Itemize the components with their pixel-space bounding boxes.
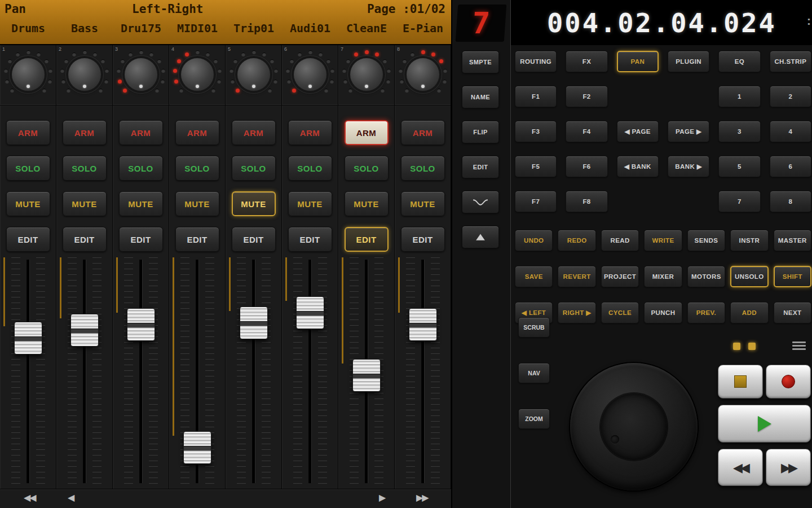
save-button[interactable]: SAVE (515, 266, 553, 287)
pan-knob[interactable]: 4 (169, 45, 225, 106)
next-button[interactable]: NEXT (774, 302, 811, 323)
mute-button[interactable]: MUTE (119, 191, 163, 216)
mute-button[interactable]: MUTE (288, 191, 332, 216)
f2-button[interactable]: F2 (566, 86, 607, 107)
fader-cap[interactable] (183, 431, 211, 464)
rewind-button[interactable]: ◀◀ (718, 449, 763, 486)
write-button[interactable]: WRITE (644, 230, 682, 251)
f1-button[interactable]: F1 (515, 86, 557, 107)
scrub-button[interactable]: SCRUB (518, 317, 550, 338)
menu-icon[interactable] (792, 340, 806, 352)
flip-button[interactable]: FLIP (462, 121, 499, 143)
bank-right-button[interactable]: ▶▶ (413, 492, 431, 503)
solo-button[interactable]: SOLO (175, 156, 219, 181)
mute-button[interactable]: MUTE (63, 191, 107, 216)
undo-button[interactable]: UNDO (515, 230, 553, 251)
stop-button[interactable] (718, 365, 763, 398)
num-7-button[interactable]: 7 (718, 191, 760, 212)
num-2-button[interactable]: 2 (770, 86, 811, 107)
fader-cap[interactable] (409, 308, 437, 341)
pan-knob[interactable]: 5 (226, 45, 281, 106)
fader-track[interactable] (169, 257, 225, 485)
fader-track[interactable] (395, 257, 451, 485)
shift-up-button[interactable] (462, 226, 499, 248)
bank-left-button[interactable]: ◀ BANK (617, 156, 659, 177)
solo-button[interactable]: SOLO (6, 156, 50, 181)
fader-track[interactable] (282, 257, 338, 485)
num-1-button[interactable]: 1 (718, 86, 760, 107)
routing-button[interactable]: ROUTING (515, 51, 557, 72)
eq-button[interactable]: EQ (718, 51, 760, 72)
bank-left-button[interactable]: ◀◀ (20, 492, 39, 503)
smpte-button[interactable]: SMPTE (462, 51, 499, 73)
mixer-button[interactable]: MIXER (644, 266, 682, 287)
solo-button[interactable]: SOLO (119, 156, 163, 181)
solo-button[interactable]: SOLO (232, 156, 276, 181)
mute-button[interactable]: MUTE (401, 191, 445, 216)
arm-button[interactable]: ARM (119, 120, 163, 145)
motors-button[interactable]: MOTORS (687, 266, 725, 287)
crossfade-button[interactable] (462, 191, 499, 213)
page-left-button[interactable]: ◀ PAGE (617, 121, 659, 142)
num-4-button[interactable]: 4 (770, 121, 811, 142)
solo-button[interactable]: SOLO (288, 156, 332, 181)
pan-knob[interactable]: 7 (338, 45, 394, 106)
fader-cap[interactable] (352, 359, 381, 392)
f7-button[interactable]: F7 (515, 191, 557, 212)
arm-button[interactable]: ARM (345, 120, 389, 145)
fader-cap[interactable] (127, 308, 155, 341)
pan-button[interactable]: PAN (617, 51, 659, 72)
num-6-button[interactable]: 6 (770, 156, 811, 177)
f5-button[interactable]: F5 (515, 156, 557, 177)
pan-knob[interactable]: 1 (0, 45, 56, 106)
instr-button[interactable]: INSTR (730, 230, 768, 251)
mute-button[interactable]: MUTE (345, 191, 389, 216)
mute-button[interactable]: MUTE (6, 191, 50, 216)
channel-edit-button[interactable]: EDIT (175, 227, 219, 252)
record-button[interactable] (766, 365, 811, 398)
right-button[interactable]: RIGHT ▶ (558, 302, 595, 323)
read-button[interactable]: READ (601, 230, 639, 251)
punch-button[interactable]: PUNCH (644, 302, 682, 323)
project-button[interactable]: PROJECT (601, 266, 639, 287)
fader-track[interactable] (0, 257, 56, 485)
revert-button[interactable]: REVERT (558, 266, 595, 287)
plugin-button[interactable]: PLUGIN (668, 51, 709, 72)
fader-cap[interactable] (70, 314, 99, 347)
zoom-button[interactable]: ZOOM (518, 409, 550, 429)
arm-button[interactable]: ARM (401, 120, 445, 145)
fader-track[interactable] (113, 257, 169, 485)
channel-edit-button[interactable]: EDIT (232, 227, 276, 252)
arm-button[interactable]: ARM (232, 120, 276, 145)
arm-button[interactable]: ARM (175, 120, 219, 145)
mute-button[interactable]: MUTE (232, 191, 276, 216)
jog-wheel[interactable] (570, 363, 698, 491)
page-right-button[interactable]: PAGE ▶ (668, 121, 709, 142)
f6-button[interactable]: F6 (566, 156, 607, 177)
ch-strip-button[interactable]: CH.STRIP (770, 51, 811, 72)
mute-button[interactable]: MUTE (175, 191, 219, 216)
fader-track[interactable] (56, 257, 112, 485)
cycle-button[interactable]: CYCLE (601, 302, 639, 323)
channel-edit-button[interactable]: EDIT (345, 227, 389, 252)
f3-button[interactable]: F3 (515, 121, 557, 142)
pan-knob[interactable]: 8 (395, 45, 451, 106)
bank-right-button[interactable]: BANK ▶ (668, 156, 709, 177)
num-3-button[interactable]: 3 (718, 121, 760, 142)
shift-button[interactable]: SHIFT (774, 266, 811, 287)
channel-edit-button[interactable]: EDIT (63, 227, 107, 252)
nav-button[interactable]: NAV (518, 363, 550, 383)
num-5-button[interactable]: 5 (718, 156, 760, 177)
f4-button[interactable]: F4 (566, 121, 607, 142)
fast-forward-button[interactable]: ▶▶ (766, 449, 811, 486)
fader-cap[interactable] (240, 306, 268, 339)
channel-right-button[interactable]: ▶ (376, 492, 388, 503)
channel-edit-button[interactable]: EDIT (288, 227, 332, 252)
redo-button[interactable]: REDO (558, 230, 595, 251)
arm-button[interactable]: ARM (288, 120, 332, 145)
solo-button[interactable]: SOLO (345, 156, 389, 181)
prev-button[interactable]: PREV. (687, 302, 725, 323)
pan-knob[interactable]: 6 (282, 45, 338, 106)
fader-cap[interactable] (14, 322, 42, 354)
play-button[interactable] (718, 405, 811, 443)
